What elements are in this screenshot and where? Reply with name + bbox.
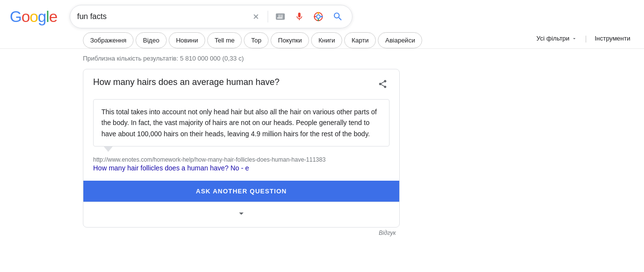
card-footer [83, 202, 399, 227]
tab-news[interactable]: Новини [169, 32, 205, 48]
main-content: Приблизна кількість результатів: 5 810 0… [0, 49, 644, 238]
microphone-icon [294, 12, 304, 21]
close-icon [251, 12, 261, 21]
tab-images[interactable]: Зображення [83, 32, 134, 48]
search-divider [268, 11, 268, 22]
lens-button[interactable] [311, 9, 326, 24]
card-question: How many hairs does an average human hav… [93, 77, 376, 87]
tab-books[interactable]: Книги [311, 32, 342, 48]
search-icon-group [249, 9, 345, 24]
answer-card: How many hairs does an average human hav… [83, 69, 400, 228]
search-input[interactable]: fun facts [77, 12, 244, 21]
logo-letter-g: G [10, 8, 21, 25]
tools-button[interactable]: Інструменти [591, 33, 634, 44]
logo-letter-g2: g [38, 8, 46, 25]
svg-point-1 [317, 15, 320, 18]
nav-right-controls: Усі фільтри | Інструменти [532, 33, 644, 48]
card-body-text: This total takes into account not only h… [101, 106, 381, 139]
feedback-label: Відгук [83, 228, 400, 238]
expand-button[interactable] [236, 208, 247, 221]
search-button[interactable] [331, 9, 345, 24]
google-logo[interactable]: Google [10, 8, 57, 26]
nav-tabs: Зображення Відео Новини Tell me Top Поку… [0, 28, 644, 49]
all-filters-button[interactable]: Усі фільтри [532, 33, 581, 44]
clear-button[interactable] [249, 10, 263, 23]
tab-tellme[interactable]: Tell me [207, 32, 242, 48]
lens-icon [313, 11, 324, 22]
chevron-down-icon [236, 208, 247, 219]
share-button[interactable] [376, 77, 390, 93]
all-filters-label: Усі фільтри [536, 35, 569, 42]
logo-letter-o2: o [30, 8, 38, 25]
tab-video[interactable]: Відео [136, 32, 167, 48]
logo-letter-o1: o [21, 8, 30, 25]
keyboard-icon [275, 11, 286, 22]
card-body: This total takes into account not only h… [93, 99, 390, 146]
search-icon [332, 11, 343, 22]
share-icon [378, 79, 388, 89]
tab-shopping[interactable]: Покупки [271, 32, 309, 48]
search-box: fun facts [70, 5, 352, 28]
voice-search-button[interactable] [293, 10, 306, 23]
ask-another-button[interactable]: ASK ANOTHER QUESTION [83, 181, 399, 202]
source-link[interactable]: How many hair follicles does a human hav… [93, 164, 249, 172]
tab-flights[interactable]: Авіарейси [378, 32, 422, 48]
chevron-down-icon [571, 36, 577, 42]
logo-letter-e: e [49, 8, 57, 25]
keyboard-button[interactable] [273, 9, 288, 24]
source-url: http://www.enotes.com/homework-help/how-… [93, 156, 390, 163]
results-count: Приблизна кількість результатів: 5 810 0… [83, 55, 644, 62]
card-header: How many hairs does an average human hav… [83, 69, 399, 99]
tab-top[interactable]: Top [244, 32, 269, 48]
header: Google fun facts [0, 0, 644, 28]
nav-separator: | [585, 35, 587, 42]
tab-maps[interactable]: Карти [344, 32, 376, 48]
card-source: http://www.enotes.com/homework-help/how-… [83, 156, 399, 174]
